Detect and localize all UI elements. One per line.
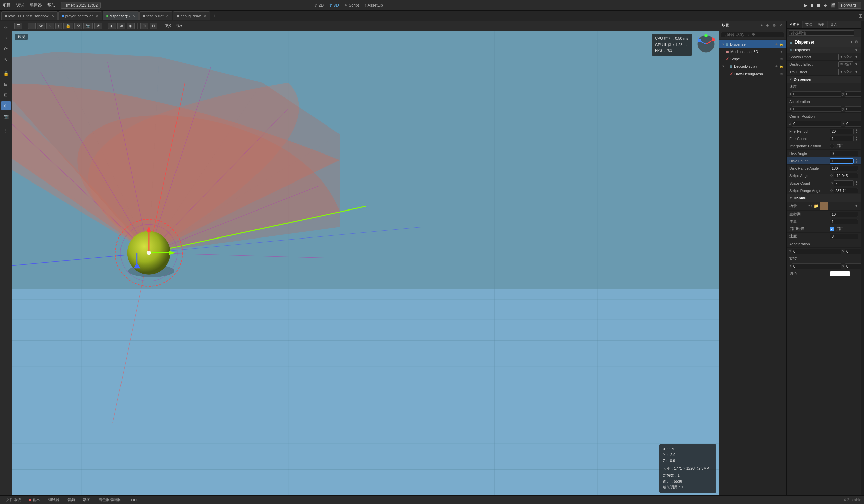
fire-count-stepper[interactable]: ▲ ▼ (855, 136, 858, 142)
scene-menu-btn[interactable]: ⚙ (771, 23, 777, 28)
vis-lock-debug[interactable]: 🔒 (779, 65, 783, 69)
tab-add-button[interactable]: + (211, 13, 218, 19)
mass-input[interactable] (830, 219, 858, 224)
tree-item-stripe[interactable]: ✗ Stripe 👁 (719, 55, 786, 63)
speed-y-input[interactable] (845, 91, 861, 97)
fire-period-stepper[interactable]: ▲ ▼ (855, 128, 858, 134)
disk-count-down[interactable]: ▼ (855, 161, 858, 164)
scene-view[interactable]: 透视 X Y Z (12, 31, 719, 495)
tab-close-bullet[interactable]: ✕ (166, 14, 169, 17)
scene-close-btn[interactable]: ✕ (778, 23, 783, 28)
vp-extra1[interactable]: ⊞ (141, 23, 148, 29)
vp-more3[interactable]: ◉ (127, 23, 135, 29)
vp-transform-btn[interactable]: 变换 (163, 23, 173, 28)
stripe-count-down[interactable]: ▼ (855, 183, 858, 186)
accel-danmu-x-input[interactable] (792, 249, 841, 254)
tab-history[interactable]: 历史 (815, 21, 828, 28)
stripe-angle-input[interactable] (833, 173, 858, 179)
toolbar-select[interactable]: ⊹ (1, 22, 11, 32)
vis-lock-icon[interactable]: 🔒 (779, 42, 783, 46)
output-tab-debugger[interactable]: 调试器 (45, 496, 63, 503)
fire-period-input[interactable] (830, 128, 853, 134)
resource-thumbnail[interactable] (820, 202, 828, 210)
tab-player[interactable]: player_controller ✕ (58, 11, 102, 20)
renderer-btn[interactable]: Forward+ (838, 2, 861, 9)
tab-inspector[interactable]: 检查器 (787, 21, 803, 28)
vp-extra2[interactable]: ⊟ (149, 23, 157, 29)
gizmo-widget[interactable]: X Y Z (696, 34, 716, 54)
menu-item-project[interactable]: 项目 (3, 2, 11, 8)
speed-x-input[interactable] (792, 91, 841, 97)
vp-move-btn[interactable]: ↕ (55, 23, 62, 29)
tab-node[interactable]: 节点 (803, 21, 815, 28)
output-tab-output[interactable]: 输出 (26, 496, 44, 503)
tree-item-drawdebug[interactable]: ✗ DrawDebugMesh 👁 (719, 70, 786, 77)
inspector-filter-input[interactable] (789, 30, 854, 36)
vp-more1[interactable]: ◐ (108, 23, 116, 29)
tab-bullet[interactable]: test_bullet ✕ (140, 11, 172, 20)
stripe-range-reset[interactable]: ⟲ (830, 188, 832, 192)
stripe-angle-reset[interactable]: ⟲ (830, 174, 832, 177)
accel-x-input[interactable] (792, 106, 841, 112)
section-danmu[interactable]: ▼ Danmu (787, 194, 861, 202)
tab-close-player[interactable]: ✕ (96, 14, 98, 17)
toolbar-rotate[interactable]: ⟳ (1, 44, 11, 53)
resource-folder-icon[interactable]: 📁 (814, 204, 818, 208)
mode-3d-btn[interactable]: ⇧ 3D (329, 3, 339, 8)
toolbar-more[interactable]: ⋮ (1, 125, 11, 135)
toolbar-camera[interactable]: 📷 (1, 112, 11, 121)
toolbar-lock[interactable]: 🔒 (1, 69, 11, 78)
menu-item-help[interactable]: 帮助 (47, 2, 55, 8)
disk-count-stepper[interactable]: ▲ ▼ (855, 158, 858, 164)
output-tab-todo[interactable]: TODO (125, 497, 143, 503)
tree-item-dispenser[interactable]: ▼ ⊕ Dispenser 👁 🔒 (719, 40, 786, 48)
comp-expand-btn[interactable]: ▼ (850, 40, 853, 44)
toolbar-snap[interactable]: ⊟ (1, 79, 11, 89)
stripe-count-input[interactable] (833, 181, 853, 186)
vp-light-btn[interactable]: ☀ (94, 23, 102, 29)
movie-button[interactable]: 🎬 (830, 3, 835, 8)
vis-eye-icon[interactable]: 👁 (775, 42, 778, 46)
tab-sandbox[interactable]: level_001_test_sandbox ✕ (1, 11, 58, 20)
vp-local-btn[interactable]: ⟲ (74, 23, 82, 29)
tab-debug[interactable]: debug_draw ✕ (173, 11, 210, 20)
prop-dispenser-dropdown[interactable]: ⊕ Dispenser ▼ (787, 47, 861, 53)
toolbar-active[interactable]: ⊕ (1, 101, 11, 110)
fire-period-down[interactable]: ▼ (855, 131, 858, 134)
tab-import[interactable]: 导入 (828, 21, 840, 28)
stripe-count-reset[interactable]: ⟲ (830, 181, 832, 185)
spawn-effect-badge[interactable]: 👁 <空> (838, 54, 853, 60)
disk-count-input[interactable] (830, 158, 853, 164)
output-tab-files[interactable]: 文件系统 (3, 496, 24, 503)
toolbar-scale[interactable]: ⤡ (1, 55, 11, 64)
pause-button[interactable]: ⏸ (810, 3, 814, 8)
life-input[interactable] (830, 211, 858, 217)
vp-menu-btn[interactable]: ☰ (14, 23, 22, 29)
menu-item-debug[interactable]: 调试 (16, 2, 24, 8)
vp-view-btn[interactable]: 视图 (175, 23, 184, 28)
mode-2d-btn[interactable]: ⇧ 2D (314, 3, 324, 8)
scene-filter-input[interactable] (721, 32, 784, 37)
center-y-input[interactable] (845, 121, 861, 126)
inspector-filter-icon[interactable]: ⊕ (855, 31, 859, 35)
fire-count-down[interactable]: ▼ (855, 139, 858, 142)
stripe-count-stepper[interactable]: ▲ ▼ (855, 181, 858, 186)
spawn-effect-arrow[interactable]: ▼ (854, 55, 858, 59)
rotation-x-input[interactable] (792, 263, 841, 269)
trail-effect-arrow[interactable]: ▼ (854, 70, 858, 74)
mode-assetlib-btn[interactable]: ↑ AssetLib (364, 3, 383, 8)
vp-snap-btn[interactable]: ⊹ (28, 23, 36, 29)
vis-eye-mesh[interactable]: 👁 (780, 50, 783, 54)
trail-effect-badge[interactable]: 👁 <空> (838, 69, 853, 75)
tab-menu-btn[interactable]: ⊞ (858, 12, 863, 19)
collision-checkbox[interactable] (830, 227, 834, 231)
vp-camera-btn[interactable]: 📷 (83, 23, 93, 29)
output-tab-shader[interactable]: 着色器编辑器 (95, 496, 124, 503)
section-dispenser[interactable]: ▼ Dispenser (787, 76, 861, 83)
accel-y-input[interactable] (845, 106, 861, 112)
menu-item-editor[interactable]: 编辑器 (30, 2, 42, 8)
interpolate-checkbox[interactable] (830, 144, 834, 148)
vis-eye-stripe[interactable]: 👁 (780, 57, 783, 61)
rotation-y-input[interactable] (845, 263, 861, 269)
vp-scale-btn[interactable]: ⤡ (46, 23, 54, 29)
